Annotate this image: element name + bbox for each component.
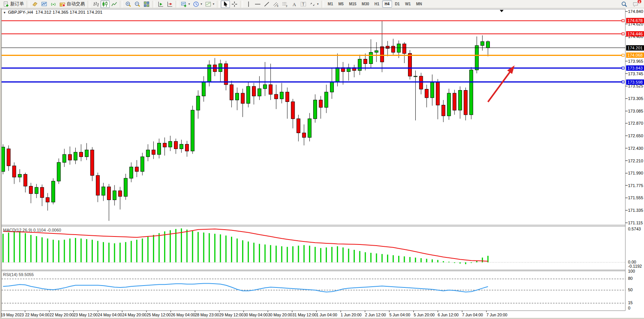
timeframe-mn-button[interactable]: MN: [413, 0, 425, 8]
vertical-line-icon: [245, 1, 252, 7]
tile-windows-button[interactable]: [142, 0, 151, 8]
price-level-badge: 174.068: [626, 52, 644, 58]
zoom-out-icon: [134, 1, 140, 7]
new-chart-button[interactable]: ▾: [179, 0, 191, 8]
window-left-edge: [0, 8, 2, 319]
price-tick-label: 171.775: [628, 183, 643, 188]
text-label-icon: T: [300, 1, 306, 7]
trendline-button[interactable]: [262, 0, 271, 8]
arrows-button[interactable]: ▾: [308, 0, 320, 8]
chart-symbol-period: GBPJPY-,H4: [8, 10, 33, 14]
price-tick-label: 173.745: [628, 71, 643, 76]
templates-button[interactable]: ▾: [204, 0, 216, 8]
timeframe-m30-button[interactable]: M30: [359, 0, 371, 8]
macd-pane-label: MACD(12,26,9) 0.1104 -0.0060: [3, 228, 61, 232]
new-chart-icon: [181, 1, 187, 7]
new-order-button-label: 新订单: [10, 1, 24, 7]
date-axis-label: 24 May 20:00: [122, 313, 147, 317]
timeframe-h1-button[interactable]: H1: [372, 0, 382, 8]
current-price-badge: 174.201: [626, 45, 644, 51]
equidistant-channel-icon: E: [273, 1, 279, 7]
candlestick-chart-button[interactable]: [100, 0, 110, 8]
chevron-down-icon: ▼: [3, 11, 6, 14]
rsi-scale-label: 15: [628, 300, 633, 305]
zoom-in-button[interactable]: [124, 0, 133, 8]
main-toolbar: 新订单自动交易▾▾▾EFAT▾M1M5M15M30H1H4D1W1MN1: [0, 0, 644, 8]
svg-text:T: T: [302, 2, 304, 6]
price-tick-label: 174.840: [628, 9, 643, 14]
text-label-button[interactable]: T: [299, 0, 308, 8]
arrows-icon: [309, 1, 316, 7]
chart-shift-icon: [167, 1, 173, 7]
chart-shift-button[interactable]: [165, 0, 174, 8]
signals-icon: [50, 1, 56, 7]
timeframe-w1-button[interactable]: W1: [402, 0, 413, 8]
dropdown-arrow-icon: ▾: [213, 2, 214, 6]
bar-chart-icon: [93, 1, 99, 7]
new-chart-window-icon: [41, 1, 47, 7]
auto-trading-button-label: 自动交易: [67, 1, 85, 7]
cursor-button[interactable]: [221, 0, 230, 8]
bar-chart-button[interactable]: [91, 0, 100, 8]
price-level-badge: 174.678: [626, 18, 644, 23]
price-level-badge: 173.598: [626, 79, 644, 85]
candlestick-chart-icon: [102, 1, 108, 7]
horizontal-line-button[interactable]: [253, 0, 262, 8]
price-tick-label: 172.870: [628, 121, 643, 125]
line-chart-button[interactable]: [110, 0, 119, 8]
date-axis-label: 22 May 20:00: [49, 313, 74, 317]
notifications-button[interactable]: 1: [631, 0, 640, 8]
timeframe-m1-button[interactable]: M1: [325, 0, 336, 8]
toolbar-separator: [321, 1, 324, 8]
date-axis-label: 26 May 04:00: [171, 313, 195, 317]
templates-icon: [205, 1, 211, 7]
timeframe-d1-button[interactable]: D1: [392, 0, 402, 8]
price-level-badge: 174.446: [626, 31, 644, 37]
timeframe-m5-button[interactable]: M5: [336, 0, 346, 8]
auto-trading-button[interactable]: 自动交易: [58, 0, 86, 8]
line-chart-icon: [111, 1, 117, 7]
date-axis-label: 25 May 12:00: [147, 313, 171, 317]
chart-window[interactable]: ▼GBPJPY-,H4 174.312 174.365 174.201 174.…: [0, 8, 644, 319]
price-tick-label: 171.555: [628, 195, 643, 200]
signals-button[interactable]: [49, 0, 58, 8]
timeframe-h4-button[interactable]: H4: [382, 0, 392, 8]
new-order-icon: [3, 1, 9, 7]
date-axis-label: 23 May 12:00: [73, 313, 98, 317]
toolbar-separator: [175, 1, 178, 8]
macd-scale-min: -0.1192: [628, 264, 642, 268]
date-axis-label: 31 May 12:00: [292, 313, 317, 317]
toolbar-separator: [240, 1, 243, 8]
new-order-button[interactable]: 新订单: [2, 0, 26, 8]
crosshair-button[interactable]: [230, 0, 239, 8]
chart-canvas[interactable]: [0, 8, 644, 319]
mt4-window: 新订单自动交易▾▾▾EFAT▾M1M5M15M30H1H4D1W1MN1 ▼GB…: [0, 0, 644, 319]
date-axis-label: 2 Jun 12:00: [365, 313, 386, 317]
toolbar-separator: [88, 1, 90, 8]
deposit-button[interactable]: [30, 0, 40, 8]
auto-scroll-button[interactable]: [156, 0, 165, 8]
price-tick-label: 171.990: [628, 171, 643, 175]
rsi-scale-label: 50: [628, 287, 633, 292]
text-button[interactable]: A: [290, 0, 299, 8]
rsi-scale-label: 0: [628, 306, 630, 310]
zoom-out-button[interactable]: [133, 0, 142, 8]
dropdown-arrow-icon: ▾: [188, 2, 190, 6]
crosshair-icon: [231, 1, 238, 7]
cursor-icon: [222, 1, 228, 7]
new-chart-window-button[interactable]: [40, 0, 49, 8]
fibonacci-button[interactable]: F: [281, 0, 290, 8]
toolbar-separator: [217, 1, 220, 8]
chart-title: ▼GBPJPY-,H4 174.312 174.365 174.201 174.…: [3, 10, 102, 14]
equidistant-channel-button[interactable]: E: [271, 0, 281, 8]
toolbar-separator: [27, 1, 29, 8]
periods-button[interactable]: ▾: [191, 0, 204, 8]
dropdown-arrow-icon: ▾: [201, 2, 202, 6]
rsi-pane-label: RSI(14) 59.5055: [3, 272, 34, 277]
timeframe-m15-button[interactable]: M15: [346, 0, 359, 8]
search-button[interactable]: [620, 0, 629, 8]
date-axis-label: 19 May 2023: [1, 313, 24, 317]
price-tick-label: 171.335: [628, 208, 643, 213]
vertical-line-button[interactable]: [244, 0, 253, 8]
price-tick-label: 172.650: [628, 133, 643, 138]
